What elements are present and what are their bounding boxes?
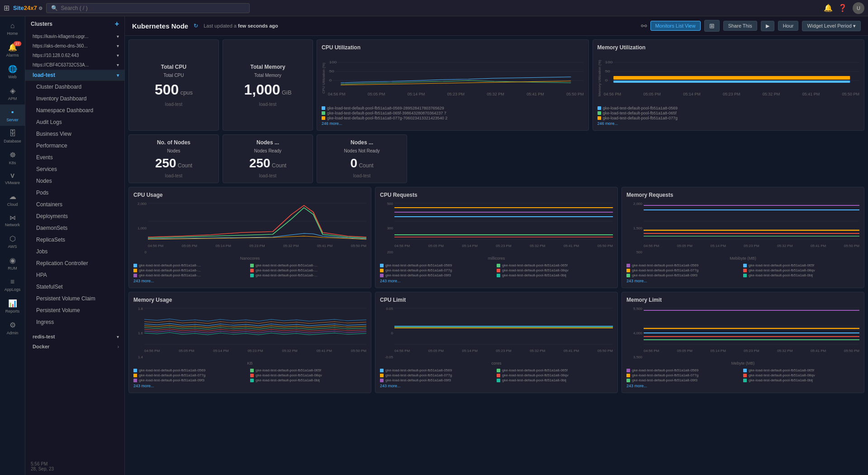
alarms-badge: 27	[14, 41, 21, 46]
nav-pvc[interactable]: Persistent Volume Claim	[25, 293, 124, 304]
nodes-ready-footer: load-test	[259, 173, 276, 178]
cpu-util-chart: 100 50 0	[328, 53, 584, 90]
cpu-util-more[interactable]: 246 more...	[322, 121, 584, 126]
help-icon[interactable]: ❓	[838, 4, 847, 12]
search-input[interactable]	[61, 5, 245, 11]
widget-memory-requests: Memory Requests 2,000 1,500 500	[621, 187, 864, 288]
widget-level-period-button[interactable]: Widget Level Period ▾	[802, 21, 861, 31]
aws-icon: ⬡	[9, 234, 16, 243]
cpu-usage-more[interactable]: 243 more...	[133, 279, 366, 283]
nav-inventory-dashboard[interactable]: Inventory Dashboard	[25, 93, 124, 104]
cpu-limit-more[interactable]: 243 more...	[380, 384, 613, 388]
nav-events[interactable]: Events	[25, 152, 124, 163]
share-this-button[interactable]: Share This	[723, 21, 757, 31]
layout-icon[interactable]: ⊞	[704, 20, 720, 32]
svg-rect-15	[613, 81, 850, 83]
main-header: Kubernetes Node ↻ Last updated a few sec…	[125, 16, 868, 36]
filter-icon[interactable]: ⚯	[641, 22, 647, 30]
sidebar-item-network[interactable]: ⋈ Network	[0, 210, 25, 231]
cpu-req-legend: gke-load-test-default-pool-fb51a1a8-0569…	[380, 263, 613, 278]
nav-statefulset[interactable]: StatefulSet	[25, 281, 124, 293]
sidebar-item-applogs[interactable]: ≡ AppLogs	[0, 274, 25, 295]
sidebar-item-rum[interactable]: ◉ RUM	[0, 252, 25, 274]
mem-util-time-labels: 04:56 PM05:05 PM05:14 PM05:23 PM05:32 PM…	[604, 92, 860, 96]
nodes-not-ready-value: 0 Count	[351, 156, 374, 171]
nav-replication-controller[interactable]: Replication Controller	[25, 257, 124, 269]
widget-total-memory: Total Memory Total Memory 1,000 GiB load…	[223, 39, 313, 131]
cpu-req-more[interactable]: 243 more...	[380, 279, 613, 283]
nav-nodes[interactable]: Nodes	[25, 175, 124, 187]
nav-performance[interactable]: Performance	[25, 140, 124, 152]
mem-req-more[interactable]: 243 more...	[626, 279, 859, 283]
nav-audit-logs[interactable]: Audit Logs	[25, 116, 124, 128]
cluster-item-2[interactable]: https://aks-demo-dns-360... ▾	[25, 41, 124, 51]
header-actions: ⚯ Monitors List View ⊞ Share This ▶ Hour…	[641, 20, 861, 32]
sidebar-item-k8s[interactable]: ☸ K8s	[0, 147, 25, 169]
widget-nodes-ready: Nodes ... Nodes Ready 250 Count load-tes…	[223, 134, 313, 183]
dashboard-container: Total CPU Total CPU 500 cpus load-test T…	[125, 36, 868, 475]
other-clusters: redis-test ▾ Docker ›	[25, 332, 124, 352]
hour-button[interactable]: Hour	[778, 21, 799, 31]
chevron-down-icon: ▾	[853, 23, 856, 28]
clusters-header[interactable]: Clusters +	[25, 16, 124, 32]
refresh-icon[interactable]: ↻	[194, 23, 198, 29]
sidebar-item-server[interactable]: ▪ Server	[0, 104, 25, 126]
mem-usage-more[interactable]: 243 more...	[133, 384, 366, 388]
cpu-usage-time-labels: 04:56 PM05:05 PM05:14 PM05:23 PM05:32 PM…	[148, 244, 366, 248]
search-bar[interactable]: 🔍	[46, 3, 250, 13]
sidebar-item-home[interactable]: ⌂ Home	[0, 18, 25, 39]
cluster-redis[interactable]: redis-test ▾	[25, 332, 124, 342]
k8s-icon: ☸	[9, 151, 16, 159]
avatar[interactable]: U	[853, 2, 864, 14]
cpu-limit-y-label-text: cores	[380, 361, 613, 366]
nav-daemonsets[interactable]: DaemonSets	[25, 222, 124, 234]
cluster-item-1[interactable]: https://kavin-k8agent-upgr... ▾	[25, 32, 124, 41]
sidebar-item-apm[interactable]: ◈ APM	[0, 83, 25, 104]
widget-nodes-not-ready: Nodes ... Nodes Not Ready 0 Count load-t…	[317, 134, 407, 183]
play-button[interactable]: ▶	[761, 21, 774, 31]
cluster-item-3[interactable]: https://10.128.0.62:443 ▾	[25, 51, 124, 60]
cluster-item-5[interactable]: load-test ▾	[25, 70, 124, 81]
sidebar-item-alarms[interactable]: 🔔 27 Alarms	[0, 39, 25, 61]
nav-pv[interactable]: Persistent Volume	[25, 304, 124, 316]
mem-req-y-axis: 2,000 1,500 500	[626, 201, 644, 255]
nav-namespace-dashboard[interactable]: Namespace Dashboard	[25, 104, 124, 116]
nav-containers[interactable]: Containers	[25, 199, 124, 210]
nav-deployments[interactable]: Deployments	[25, 210, 124, 222]
sidebar-item-web[interactable]: 🌐 Web	[0, 61, 25, 83]
nav-hpa[interactable]: HPA	[25, 269, 124, 281]
cluster-docker[interactable]: Docker ›	[25, 342, 124, 352]
sidebar-item-admin[interactable]: ⚙ Admin	[0, 317, 25, 339]
add-cluster-button[interactable]: +	[115, 20, 119, 28]
nav-replicasets[interactable]: ReplicaSets	[25, 234, 124, 246]
home-icon: ⌂	[10, 22, 15, 30]
mem-util-more[interactable]: 246 more...	[598, 121, 860, 126]
widget-memory-limit: Memory Limit 5,500 4,000 3,500	[621, 292, 864, 393]
mem-limit-chart	[644, 306, 859, 347]
chevron-right-icon: ›	[118, 344, 119, 349]
sidebar-item-reports[interactable]: 📊 Reports	[0, 295, 25, 317]
total-memory-value: 1,000 GiB	[244, 81, 291, 98]
nav-services[interactable]: Services	[25, 163, 124, 175]
mem-limit-more[interactable]: 243 more...	[626, 384, 859, 388]
nodes-not-ready-label: Nodes Not Ready	[344, 148, 380, 153]
nav-pods[interactable]: Pods	[25, 187, 124, 199]
network-icon: ⋈	[9, 214, 16, 221]
nav-business-view[interactable]: Business View	[25, 128, 124, 140]
cpu-req-time-labels: 04:56 PM05:05 PM05:14 PM05:23 PM05:32 PM…	[394, 244, 613, 248]
cluster-item-4[interactable]: https://CBF4C63732C53A... ▾	[25, 60, 124, 70]
sidebar-item-cloud[interactable]: ☁ Cloud	[0, 189, 25, 210]
nav-cluster-dashboard[interactable]: Cluster Dashboard	[25, 81, 124, 93]
bell-icon[interactable]: 🔔	[824, 4, 833, 12]
sidebar-item-vmware[interactable]: V VMware	[0, 169, 25, 189]
cpu-limit-chart	[394, 306, 613, 347]
database-icon: 🗄	[9, 129, 16, 138]
svg-text:100: 100	[329, 60, 337, 64]
web-icon: 🌐	[8, 65, 17, 73]
apps-icon[interactable]: ⊞	[4, 4, 9, 12]
sidebar-item-aws[interactable]: ⬡ AWS	[0, 231, 25, 252]
nav-jobs[interactable]: Jobs	[25, 246, 124, 257]
sidebar-item-database[interactable]: 🗄 Database	[0, 126, 25, 147]
nav-ingress[interactable]: Ingress	[25, 316, 124, 328]
monitors-list-view-button[interactable]: Monitors List View	[650, 21, 701, 31]
